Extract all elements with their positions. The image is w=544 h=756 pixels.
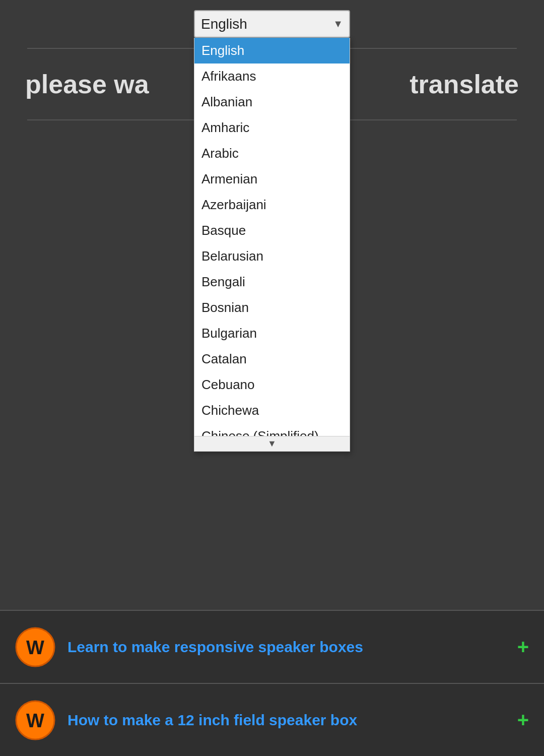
dropdown-item[interactable]: Amharic [194, 115, 350, 141]
dropdown-item[interactable]: Albanian [194, 89, 350, 115]
dropdown-item[interactable]: Chinese (Simplified) [194, 423, 350, 436]
dropdown-inner[interactable]: EnglishAfrikaansAlbanianAmharicArabicArm… [194, 38, 350, 436]
dropdown-item[interactable]: Bengali [194, 269, 350, 295]
dropdown-item[interactable]: Basque [194, 218, 350, 243]
dropdown-item[interactable]: Bosnian [194, 295, 350, 321]
top-section: English ▼ EnglishAfrikaansAlbanianAmhari… [0, 0, 544, 48]
dropdown-item[interactable]: Afrikaans [194, 64, 350, 89]
language-dropdown: EnglishAfrikaansAlbanianAmharicArabicArm… [194, 38, 350, 452]
listing-title: How to make a 12 inch field speaker box [67, 712, 357, 729]
dropdown-item[interactable]: Bulgarian [194, 321, 350, 346]
listing-w-icon: W [15, 627, 55, 667]
language-select-wrapper: English ▼ EnglishAfrikaansAlbanianAmhari… [194, 10, 350, 38]
please-wait-text: please wa [25, 69, 149, 99]
svg-text:W: W [26, 637, 44, 658]
selected-language-label: English [201, 16, 247, 32]
listing-item[interactable]: W Learn to make responsive speaker boxes… [0, 610, 544, 683]
select-chevron-icon: ▼ [333, 18, 343, 30]
dropdown-item[interactable]: Catalan [194, 346, 350, 372]
listing-title: Learn to make responsive speaker boxes [67, 639, 363, 656]
dropdown-item[interactable]: Belarusian [194, 243, 350, 269]
dropdown-item[interactable]: Arabic [194, 141, 350, 166]
svg-text:W: W [26, 710, 44, 731]
main-area: English ▼ EnglishAfrikaansAlbanianAmhari… [0, 0, 544, 479]
dropdown-item[interactable]: Armenian [194, 166, 350, 192]
dropdown-item[interactable]: Chichewa [194, 398, 350, 423]
dropdown-item[interactable]: Azerbaijani [194, 192, 350, 218]
listings-section: W Learn to make responsive speaker boxes… [0, 610, 544, 756]
dropdown-item[interactable]: English [194, 38, 350, 64]
dropdown-scroll-arrow: ▼ [194, 436, 350, 451]
listing-item[interactable]: W How to make a 12 inch field speaker bo… [0, 683, 544, 756]
translate-text: translate [410, 69, 519, 99]
listing-plus-button[interactable]: + [517, 709, 529, 731]
mid-spacer [0, 479, 544, 509]
listing-plus-button[interactable]: + [517, 636, 529, 658]
listing-w-icon: W [15, 700, 55, 740]
dropdown-item[interactable]: Cebuano [194, 372, 350, 398]
language-select-display[interactable]: English ▼ [194, 10, 350, 38]
